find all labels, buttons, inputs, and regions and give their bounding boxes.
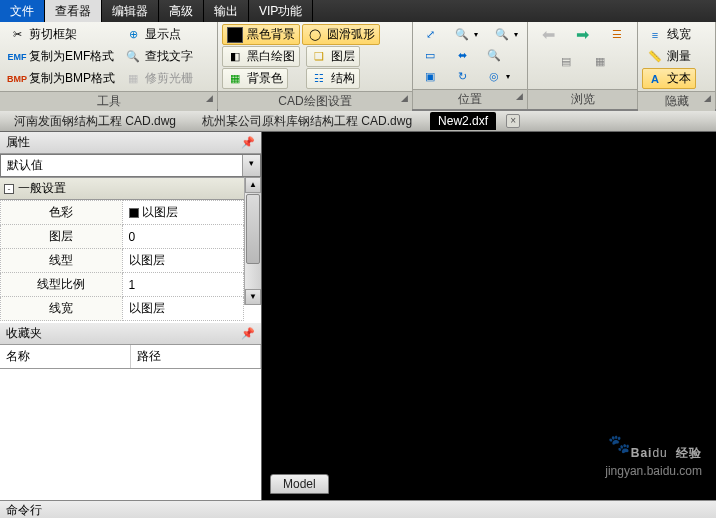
btn-bg-color[interactable]: ▦背景色 xyxy=(222,68,288,89)
btn-structure[interactable]: ☷结构 xyxy=(306,68,360,89)
command-line[interactable]: 命令行 xyxy=(0,500,716,518)
bmp-icon: BMP xyxy=(9,71,25,87)
model-tab[interactable]: Model xyxy=(270,474,329,494)
table-row: 线型以图层 xyxy=(1,249,244,273)
paw-icon: 🐾 xyxy=(608,434,631,454)
file-tab-1[interactable]: 河南发面钢结构工程 CAD.dwg xyxy=(6,111,184,132)
trim-icon: ▦ xyxy=(125,71,141,87)
scroll-thumb[interactable] xyxy=(246,194,260,264)
btn-copy-emf[interactable]: EMF复制为EMF格式 xyxy=(4,46,120,67)
btn-pos-c[interactable]: ◎▾ xyxy=(481,66,515,86)
bw-icon: ◧ xyxy=(227,49,243,65)
arrow-left-icon: ⬅ xyxy=(541,26,557,42)
btn-text[interactable]: A文本 xyxy=(642,68,696,89)
btn-extents[interactable]: ▭ xyxy=(417,45,443,65)
layers-icon: ❑ xyxy=(311,49,327,65)
expand-icon[interactable]: ◢ xyxy=(206,93,213,103)
color-swatch-icon xyxy=(129,208,139,218)
expand-icon[interactable]: ◢ xyxy=(516,91,523,101)
btn-black-bg[interactable]: 黑色背景 xyxy=(222,24,300,45)
section-title: 一般设置 xyxy=(18,180,66,197)
table-row: 图层0 xyxy=(1,225,244,249)
close-tab-button[interactable]: × xyxy=(506,114,520,128)
scroll-up-icon[interactable]: ▲ xyxy=(245,177,261,193)
col-header-path[interactable]: 路径 xyxy=(131,345,262,368)
col-header-name[interactable]: 名称 xyxy=(0,345,131,368)
btn-zoom-out[interactable]: 🔍 xyxy=(481,45,507,65)
btn-zoom-region[interactable]: 🔍▾ xyxy=(449,24,483,44)
palette-icon: ▦ xyxy=(227,71,243,87)
menu-advanced[interactable]: 高级 xyxy=(159,0,204,22)
group-tools: ✂剪切框架 EMF复制为EMF格式 BMP复制为BMP格式 ⊕显示点 🔍查找文字… xyxy=(0,22,218,109)
file-tab-3[interactable]: New2.dxf xyxy=(430,112,496,130)
btn-pan[interactable]: ⬌ xyxy=(449,45,475,65)
scrollbar[interactable]: ▲ ▼ xyxy=(244,177,261,305)
favorites-columns: 名称 路径 xyxy=(0,345,261,369)
btn-find-text[interactable]: 🔍查找文字 xyxy=(120,46,198,67)
btn-layer[interactable]: ❑图层 xyxy=(306,46,360,67)
menu-vip[interactable]: VIP功能 xyxy=(249,0,313,22)
group-title: 工具◢ xyxy=(0,91,217,111)
group-title: 浏览 xyxy=(528,89,637,109)
menu-editor[interactable]: 编辑器 xyxy=(102,0,159,22)
btn-clip-frame[interactable]: ✂剪切框架 xyxy=(4,24,120,45)
btn-next[interactable]: ➡ xyxy=(570,24,596,44)
group-title: CAD绘图设置◢ xyxy=(218,91,412,111)
btn-list[interactable]: ☰ xyxy=(604,24,630,44)
fit-icon: ⤢ xyxy=(422,26,438,42)
btn-copy-bmp[interactable]: BMP复制为BMP格式 xyxy=(4,68,120,89)
zoom-in-icon: 🔍 xyxy=(494,26,510,42)
tree-icon: ☷ xyxy=(311,71,327,87)
btn-browse-b[interactable]: ▦ xyxy=(587,51,613,71)
panel-title: 属性 xyxy=(6,134,30,151)
expand-icon[interactable]: ◢ xyxy=(704,93,711,103)
rotate-icon: ↻ xyxy=(454,68,470,84)
label: New2.dxf xyxy=(438,114,488,128)
pin-icon[interactable]: 📌 xyxy=(241,136,255,149)
label: 剪切框架 xyxy=(29,26,77,43)
group-hide: ≡线宽 📏测量 A文本 隐藏◢ xyxy=(638,22,716,109)
table-row: 线宽以图层 xyxy=(1,297,244,321)
label: 复制为BMP格式 xyxy=(29,70,115,87)
group-title: 隐藏◢ xyxy=(638,91,715,111)
btn-linewidth[interactable]: ≡线宽 xyxy=(642,24,696,45)
drawing-viewport[interactable]: Model 🐾Baidu 经验 jingyan.baidu.com xyxy=(262,132,716,500)
grid-icon: ▦ xyxy=(592,53,608,69)
btn-show-points[interactable]: ⊕显示点 xyxy=(120,24,198,45)
btn-smooth-arc[interactable]: ◯圆滑弧形 xyxy=(302,24,380,45)
arrow-right-icon: ➡ xyxy=(575,26,591,42)
btn-fit[interactable]: ⤢ xyxy=(417,24,443,44)
prop-section-general[interactable]: - 一般设置 xyxy=(0,177,244,200)
btn-pos-b[interactable]: ↻ xyxy=(449,66,475,86)
properties-header: 属性 📌 xyxy=(0,132,261,154)
property-grid: 色彩以图层 图层0 线型以图层 线型比例1 线宽以图层 xyxy=(0,200,244,321)
menu-file[interactable]: 文件 xyxy=(0,0,45,22)
menu-viewer[interactable]: 查看器 xyxy=(45,0,102,22)
expand-icon[interactable]: ◢ xyxy=(401,93,408,103)
btn-browse-a[interactable]: ▤ xyxy=(553,51,579,71)
btn-measure[interactable]: 📏测量 xyxy=(642,46,696,67)
favorites-header: 收藏夹 📌 xyxy=(0,323,261,345)
menu-output[interactable]: 输出 xyxy=(204,0,249,22)
group-browse: ⬅ ➡ ☰ ▤ ▦ 浏览 xyxy=(528,22,638,109)
collapse-icon[interactable]: - xyxy=(4,184,14,194)
text-icon: A xyxy=(647,71,663,87)
file-tab-2[interactable]: 杭州某公司原料库钢结构工程 CAD.dwg xyxy=(194,111,420,132)
btn-zoom-in[interactable]: 🔍▾ xyxy=(489,24,523,44)
scroll-down-icon[interactable]: ▼ xyxy=(245,289,261,305)
btn-prev: ⬅ xyxy=(536,24,562,44)
label: 黑色背景 xyxy=(247,26,295,43)
combo-text: 默认值 xyxy=(1,155,242,176)
document-tabs: 河南发面钢结构工程 CAD.dwg 杭州某公司原料库钢结构工程 CAD.dwg … xyxy=(0,110,716,132)
default-combo[interactable]: 默认值 ▾ xyxy=(0,154,261,177)
zoom-rect-icon: 🔍 xyxy=(454,26,470,42)
btn-bw-draw[interactable]: ◧黑白绘图 xyxy=(222,46,300,67)
label: 修剪光栅 xyxy=(145,70,193,87)
main-menubar: 文件 查看器 编辑器 高级 输出 VIP功能 xyxy=(0,0,716,22)
btn-pos-a[interactable]: ▣ xyxy=(417,66,443,86)
list-icon: ☰ xyxy=(609,26,625,42)
pin-icon[interactable]: 📌 xyxy=(241,327,255,340)
left-panel: 属性 📌 默认值 ▾ - 一般设置 色彩以图层 图层0 线型以图层 线型比例1 … xyxy=(0,132,262,500)
chevron-down-icon[interactable]: ▾ xyxy=(242,155,260,176)
label: 黑白绘图 xyxy=(247,48,295,65)
